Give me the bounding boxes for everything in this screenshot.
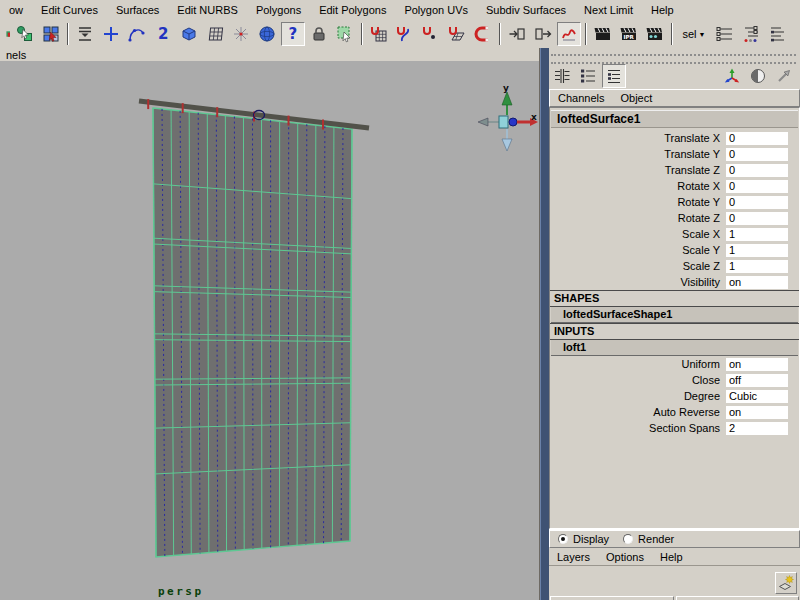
menu-item-help[interactable]: Help	[642, 2, 683, 18]
toolbox-lines-icon[interactable]	[73, 22, 97, 46]
menu-item-edit-nurbs[interactable]: Edit NURBS	[168, 2, 247, 18]
nav-next-button[interactable]: >>	[676, 596, 800, 600]
channel-label[interactable]: Translate Z	[550, 164, 726, 176]
sel-dropdown[interactable]: sel▼	[676, 23, 712, 45]
toolbar-separator	[499, 23, 500, 45]
channel-value-field[interactable]: 0	[726, 164, 788, 177]
perspective-viewport[interactable]: xypersp	[0, 61, 539, 600]
contrast-icon[interactable]	[746, 64, 770, 88]
channel-value-field[interactable]: 1	[726, 260, 788, 273]
display-radio[interactable]: Display	[558, 533, 609, 545]
particle-icon[interactable]	[229, 22, 253, 46]
nav-prev-button[interactable]: <<	[550, 596, 674, 600]
channel-mixed-icon[interactable]	[602, 64, 626, 88]
menu-item-edit-curves[interactable]: Edit Curves	[32, 2, 107, 18]
channel-value-field[interactable]: 0	[726, 132, 788, 145]
snap-point-icon[interactable]	[419, 22, 443, 46]
channel-label[interactable]: Close	[550, 374, 726, 386]
select-component-icon[interactable]	[39, 22, 63, 46]
shape-node-row[interactable]: loftedSurfaceShape1	[551, 307, 798, 323]
select-hierarchy-icon[interactable]	[13, 22, 37, 46]
channel-value-field[interactable]: on	[726, 358, 788, 371]
channel-label[interactable]: Uniform	[550, 358, 726, 370]
transform-attribute-row: Rotate Z0	[550, 210, 799, 226]
input-attribute-row: Closeoff	[550, 372, 799, 388]
nurbs-sphere-icon[interactable]	[255, 22, 279, 46]
channel-label[interactable]: Auto Reverse	[550, 406, 726, 418]
channel-value-field[interactable]: on	[726, 406, 788, 419]
menu-item-edit-polygons[interactable]: Edit Polygons	[310, 2, 395, 18]
snap-curve-icon[interactable]	[393, 22, 417, 46]
axis-triad-icon[interactable]	[720, 64, 744, 88]
move-plus-icon[interactable]	[99, 22, 123, 46]
menu-item-surfaces[interactable]: Surfaces	[107, 2, 168, 18]
channel-value-field[interactable]: off	[726, 374, 788, 387]
display-radio-circle[interactable]	[558, 534, 568, 544]
cv-curve-icon[interactable]	[125, 22, 149, 46]
hierarchy-graph-icon[interactable]	[739, 22, 763, 46]
render-globals-icon[interactable]	[643, 22, 667, 46]
channels-menu-item[interactable]: Channels	[550, 91, 612, 105]
menu-item-polygons[interactable]: Polygons	[247, 2, 310, 18]
viewport-panel: nels xypersp	[0, 48, 540, 600]
hierarchy-list-icon[interactable]	[713, 22, 737, 46]
paint-selection-icon[interactable]	[333, 22, 357, 46]
channel-value-field[interactable]: 0	[726, 148, 788, 161]
panels-menu-item[interactable]: nels	[2, 49, 30, 61]
channel-label[interactable]: Section Spans	[550, 422, 726, 434]
channel-value-field[interactable]: 0	[726, 180, 788, 193]
hierarchy-detail-icon[interactable]	[765, 22, 789, 46]
snap-plane-icon[interactable]	[445, 22, 469, 46]
create-new-layer-button[interactable]	[775, 572, 797, 594]
channel-label[interactable]: Scale Z	[550, 260, 726, 272]
help-icon[interactable]: ?	[281, 22, 305, 46]
channel-value-field[interactable]: 0	[726, 196, 788, 209]
channel-value-field[interactable]: Cubic	[726, 390, 788, 403]
polygon-cube-icon[interactable]	[177, 22, 201, 46]
construction-history-icon[interactable]	[557, 22, 581, 46]
channel-label[interactable]: Translate X	[550, 132, 726, 144]
clipped-tool-icon[interactable]	[0, 22, 11, 46]
ipr-render-icon[interactable]: IPR	[617, 22, 641, 46]
channel-label[interactable]: Scale Y	[550, 244, 726, 256]
channel-label[interactable]: Rotate Y	[550, 196, 726, 208]
menu-item-subdiv-surfaces[interactable]: Subdiv Surfaces	[477, 2, 575, 18]
snap-grid-icon[interactable]	[367, 22, 391, 46]
select-arrow-icon[interactable]	[772, 64, 796, 88]
channel-value-field[interactable]: 1	[726, 244, 788, 257]
lattice-icon[interactable]	[203, 22, 227, 46]
panel-divider[interactable]	[540, 48, 549, 600]
channel-label[interactable]: Scale X	[550, 228, 726, 240]
selected-node-header[interactable]: loftedSurface1	[551, 110, 798, 128]
channel-label[interactable]: Rotate Z	[550, 212, 726, 224]
input-attribute-list: UniformonCloseoffDegreeCubicAuto Reverse…	[550, 356, 799, 436]
help-menu-item[interactable]: Help	[652, 550, 691, 564]
lock-icon[interactable]	[307, 22, 331, 46]
channel-value-field[interactable]: 1	[726, 228, 788, 241]
magnet-icon[interactable]	[471, 22, 495, 46]
render-radio[interactable]: Render	[623, 533, 674, 545]
channel-value-field[interactable]: on	[726, 276, 788, 289]
menu-item-next-limit[interactable]: Next Limit	[575, 2, 642, 18]
render-clapper-icon[interactable]	[591, 22, 615, 46]
render-radio-circle[interactable]	[623, 534, 633, 544]
channel-value-field[interactable]: 2	[726, 422, 788, 435]
options-menu-item[interactable]: Options	[598, 550, 652, 564]
ep-curve-icon[interactable]: 2	[151, 22, 175, 46]
output-connections-icon[interactable]	[531, 22, 555, 46]
channel-label[interactable]: Translate Y	[550, 148, 726, 160]
channel-lines-icon[interactable]	[550, 64, 574, 88]
channel-label[interactable]: Visibility	[550, 276, 726, 288]
channel-label[interactable]: Rotate X	[550, 180, 726, 192]
object-menu-item[interactable]: Object	[612, 91, 660, 105]
input-connections-icon[interactable]	[505, 22, 529, 46]
main-menubar: owEdit CurvesSurfacesEdit NURBSPolygonsE…	[0, 0, 800, 21]
channel-label[interactable]: Degree	[550, 390, 726, 402]
menu-item-polygon-uvs[interactable]: Polygon UVs	[395, 2, 477, 18]
channel-value-field[interactable]: 0	[726, 212, 788, 225]
layers-menu-item[interactable]: Layers	[549, 550, 598, 564]
channel-boxes-icon[interactable]	[576, 64, 600, 88]
input-node-row[interactable]: loft1	[551, 340, 798, 356]
menu-item-ow[interactable]: ow	[0, 2, 32, 18]
layer-mode-row: Display Render	[549, 530, 800, 548]
